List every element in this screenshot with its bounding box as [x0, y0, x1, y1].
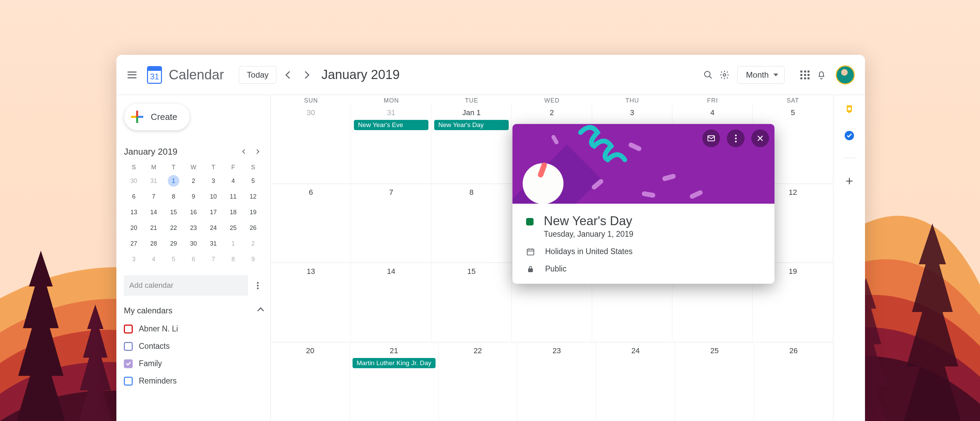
mini-day[interactable]: 16 — [188, 206, 199, 218]
calendar-checkbox[interactable] — [124, 359, 133, 368]
settings-button[interactable] — [716, 67, 733, 83]
day-cell[interactable]: 26 — [754, 342, 833, 421]
dow-label: FRI — [672, 95, 753, 104]
mini-day[interactable]: 8 — [168, 191, 179, 203]
main-menu-button[interactable] — [124, 67, 140, 83]
day-cell[interactable]: 25 — [675, 342, 754, 421]
create-event-button[interactable]: Create — [124, 103, 190, 131]
mini-day[interactable]: 4 — [227, 175, 239, 187]
keep-app-button[interactable] — [843, 104, 855, 115]
mini-day[interactable]: 7 — [208, 254, 219, 265]
day-cell[interactable]: 31New Year's Eve — [351, 104, 431, 183]
dow-label: THU — [592, 95, 672, 104]
mini-day[interactable]: 29 — [168, 238, 179, 249]
notifications-button[interactable] — [813, 67, 830, 83]
day-number: 22 — [440, 344, 516, 358]
calendar-list-item[interactable]: Contacts — [124, 338, 263, 355]
day-cell[interactable]: 30 — [271, 104, 351, 183]
mini-day[interactable]: 22 — [168, 222, 179, 234]
mini-day[interactable]: 21 — [148, 222, 159, 234]
day-cell[interactable]: 23 — [517, 342, 596, 421]
mini-day[interactable]: 14 — [148, 206, 159, 218]
event-options-button[interactable] — [727, 129, 745, 147]
mini-day[interactable]: 2 — [247, 238, 259, 249]
today-button[interactable]: Today — [239, 66, 276, 84]
add-calendar-menu-button[interactable] — [252, 277, 263, 293]
mini-day[interactable]: 30 — [128, 175, 140, 187]
calendar-list-item[interactable]: Family — [124, 355, 263, 372]
day-cell[interactable]: Jan 1New Year's Day — [431, 104, 512, 183]
calendar-checkbox[interactable] — [124, 377, 133, 386]
account-avatar[interactable] — [836, 65, 855, 85]
dow-header-row: SUNMONTUEWEDTHUFRISAT — [271, 95, 833, 104]
mini-day[interactable]: 27 — [128, 238, 140, 249]
mini-cal-next-button[interactable] — [251, 145, 263, 158]
google-apps-button[interactable] — [797, 67, 813, 83]
mini-day[interactable]: 9 — [247, 254, 259, 265]
mini-day[interactable]: 26 — [247, 222, 259, 234]
mini-day[interactable]: 3 — [208, 175, 219, 187]
view-switcher[interactable]: Month — [737, 66, 785, 84]
mini-day[interactable]: 4 — [148, 254, 159, 265]
mini-day[interactable]: 7 — [148, 191, 159, 203]
mini-day[interactable]: 6 — [188, 254, 199, 265]
dow-label: SUN — [271, 95, 351, 104]
mini-day[interactable]: 2 — [188, 175, 199, 187]
mini-day[interactable]: 5 — [168, 254, 179, 265]
day-cell[interactable]: 13 — [271, 263, 351, 342]
mini-day[interactable]: 11 — [227, 191, 239, 203]
next-period-button[interactable] — [298, 67, 314, 83]
add-calendar-input[interactable] — [124, 275, 248, 296]
my-calendars-toggle[interactable]: My calendars — [124, 306, 263, 316]
mini-day[interactable]: 3 — [128, 254, 140, 265]
event-chip[interactable]: New Year's Day — [434, 120, 509, 130]
tasks-app-button[interactable] — [843, 130, 855, 141]
mini-day[interactable]: 24 — [208, 222, 219, 234]
mini-day[interactable]: 1 — [227, 238, 239, 249]
calendar-checkbox[interactable] — [124, 342, 133, 351]
mini-cal-prev-button[interactable] — [239, 145, 251, 158]
mini-day[interactable]: 15 — [168, 206, 179, 218]
mini-day[interactable]: 31 — [148, 175, 159, 187]
calendar-list-item[interactable]: Reminders — [124, 372, 263, 390]
mini-day[interactable]: 28 — [148, 238, 159, 249]
day-cell[interactable]: 20 — [271, 342, 350, 421]
mini-day[interactable]: 13 — [128, 206, 140, 218]
mini-day[interactable]: 17 — [208, 206, 219, 218]
lock-icon — [526, 265, 535, 273]
day-cell[interactable]: 14 — [351, 263, 431, 342]
day-cell[interactable]: 7 — [351, 184, 431, 263]
mini-day[interactable]: 9 — [188, 191, 199, 203]
mini-day[interactable]: 20 — [128, 222, 140, 234]
event-close-button[interactable] — [751, 129, 769, 147]
mini-day[interactable]: 25 — [227, 222, 239, 234]
mini-day[interactable]: 23 — [188, 222, 199, 234]
day-cell[interactable]: 6 — [271, 184, 351, 263]
app-logo: 31 — [146, 66, 163, 84]
event-chip[interactable]: New Year's Eve — [354, 120, 428, 130]
day-cell[interactable]: 15 — [431, 263, 512, 342]
mini-day[interactable]: 6 — [128, 191, 140, 203]
svg-point-4 — [705, 71, 710, 77]
search-button[interactable] — [700, 67, 716, 83]
mini-day[interactable]: 1 — [168, 175, 179, 187]
prev-period-button[interactable] — [281, 67, 298, 83]
mini-day[interactable]: 8 — [227, 254, 239, 265]
day-cell[interactable]: 24 — [596, 342, 675, 421]
mini-day[interactable]: 19 — [247, 206, 259, 218]
calendar-list-item[interactable]: Abner N. Li — [124, 320, 263, 338]
mini-day[interactable]: 31 — [208, 238, 219, 249]
logo-day: 31 — [146, 70, 163, 84]
mini-day[interactable]: 18 — [227, 206, 239, 218]
mini-day[interactable]: 5 — [247, 175, 259, 187]
event-chip[interactable]: Martin Luther King Jr. Day — [353, 358, 436, 368]
event-email-button[interactable] — [702, 129, 720, 147]
day-cell[interactable]: 21Martin Luther King Jr. Day — [350, 342, 439, 421]
day-cell[interactable]: 22 — [439, 342, 517, 421]
mini-day[interactable]: 30 — [188, 238, 199, 249]
get-addons-button[interactable]: ＋ — [843, 174, 856, 187]
calendar-checkbox[interactable] — [124, 325, 133, 333]
mini-day[interactable]: 10 — [208, 191, 219, 203]
mini-day[interactable]: 12 — [247, 191, 259, 203]
day-cell[interactable]: 8 — [431, 184, 512, 263]
